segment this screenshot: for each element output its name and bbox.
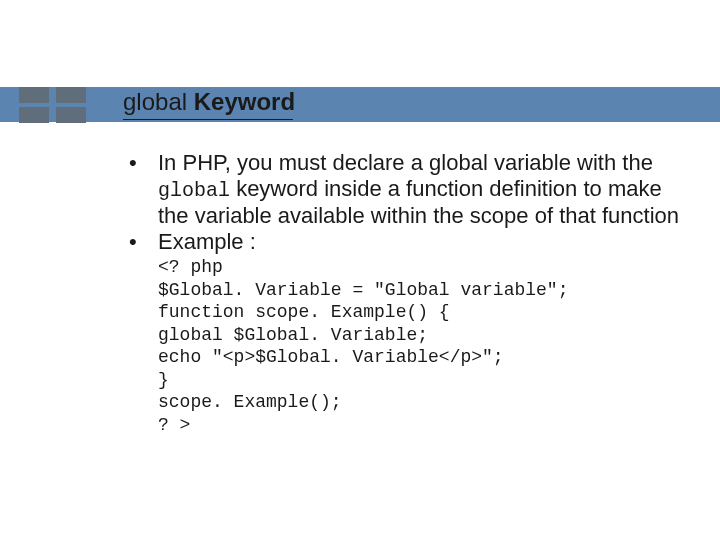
slide-title: global Keyword [123, 88, 295, 116]
inline-code: global [158, 179, 230, 202]
code-line: <? php [158, 257, 223, 277]
bullet-text: Example : [158, 229, 256, 254]
bullet-item: In PHP, you must declare a global variab… [123, 150, 683, 229]
code-example: <? php $Global. Variable = "Global varia… [123, 256, 683, 436]
title-underline [123, 119, 293, 120]
content-area: In PHP, you must declare a global variab… [123, 150, 683, 436]
code-line: scope. Example(); [158, 392, 342, 412]
bullet-text: keyword inside a function definition to … [158, 176, 679, 228]
bullet-text: In PHP, you must declare a global variab… [158, 150, 653, 175]
code-line: global $Global. Variable; [158, 325, 428, 345]
title-band [0, 87, 720, 122]
deco-square-icon [56, 87, 86, 103]
deco-square-icon [56, 107, 86, 123]
code-line: function scope. Example() { [158, 302, 450, 322]
title-word-keyword: Keyword [187, 88, 295, 115]
code-line: echo "<p>$Global. Variable</p>"; [158, 347, 504, 367]
bullet-list: In PHP, you must declare a global variab… [123, 150, 683, 254]
code-line: ? > [158, 415, 190, 435]
bullet-item: Example : [123, 229, 683, 255]
deco-square-icon [19, 87, 49, 103]
deco-square-icon [19, 107, 49, 123]
title-word-global: global [123, 88, 187, 115]
code-line: $Global. Variable = "Global variable"; [158, 280, 568, 300]
code-line: } [158, 370, 169, 390]
